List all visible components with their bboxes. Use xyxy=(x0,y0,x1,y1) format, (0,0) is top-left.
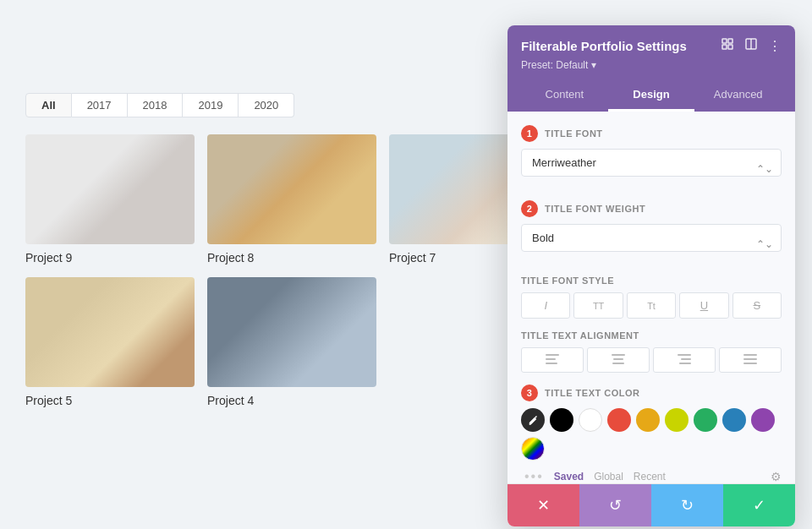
layout-icon[interactable] xyxy=(744,37,758,54)
underline-button[interactable]: U xyxy=(679,292,728,319)
filter-2018[interactable]: 2018 xyxy=(128,93,184,117)
svg-rect-6 xyxy=(546,354,559,356)
color-tab-dots[interactable]: ••• xyxy=(524,469,544,483)
svg-rect-15 xyxy=(743,354,757,356)
filter-2017[interactable]: 2017 xyxy=(72,93,128,117)
svg-rect-0 xyxy=(722,39,727,43)
svg-rect-11 xyxy=(612,363,624,364)
title-font-style-section: Title Font Style xyxy=(521,275,782,286)
svg-rect-14 xyxy=(679,363,691,364)
list-item: Project 5 xyxy=(25,277,195,407)
tab-advanced[interactable]: Advanced xyxy=(694,79,782,112)
title-text-color-section: 3 Title Text Color xyxy=(521,384,782,401)
alignment-buttons xyxy=(521,347,782,373)
list-item: Project 4 xyxy=(207,277,376,407)
font-style-buttons: I TT Tt U S xyxy=(521,292,782,319)
svg-rect-12 xyxy=(678,354,691,356)
tab-design[interactable]: Design xyxy=(608,79,695,112)
panel-tabs: Content Design Advanced xyxy=(521,79,782,112)
svg-rect-16 xyxy=(743,358,757,360)
title-font-weight-select-wrapper: Bold Normal Light 100200300 400500600 70… xyxy=(521,224,782,264)
panel-title: Filterable Portfolio Settings xyxy=(521,39,687,53)
redo-button[interactable]: ↻ xyxy=(651,484,723,526)
title-font-weight-label: Title Font Weight xyxy=(545,204,645,214)
filter-all[interactable]: All xyxy=(25,93,72,117)
step-2-badge: 2 xyxy=(521,200,538,217)
step-3-badge: 3 xyxy=(521,384,538,401)
color-tab-recent[interactable]: Recent xyxy=(634,471,666,483)
svg-rect-9 xyxy=(612,354,625,356)
title-font-weight-select[interactable]: Bold Normal Light 100200300 400500600 70… xyxy=(521,224,782,252)
project-5-thumb[interactable] xyxy=(25,277,195,387)
project-9-thumb[interactable] xyxy=(25,134,195,244)
title-font-weight-section: 2 Title Font Weight xyxy=(521,200,782,217)
color-settings-gear-icon[interactable]: ⚙ xyxy=(771,470,782,483)
title-text-alignment-section: Title Text Alignment xyxy=(521,330,782,341)
project-4-label: Project 4 xyxy=(207,394,376,407)
align-right-button[interactable] xyxy=(653,347,716,373)
title-text-alignment-label: Title Text Alignment xyxy=(521,330,639,341)
project-4-thumb[interactable] xyxy=(207,277,376,387)
title-text-color-label: Title Text Color xyxy=(545,388,640,398)
color-tab-global[interactable]: Global xyxy=(594,471,623,483)
capitalize-button[interactable]: Tt xyxy=(627,292,676,319)
color-orange-swatch[interactable] xyxy=(636,408,660,432)
strikethrough-button[interactable]: S xyxy=(732,292,782,319)
italic-button[interactable]: I xyxy=(521,292,570,319)
title-font-label: Title Font xyxy=(545,128,603,139)
panel-header: Filterable Portfolio Settings xyxy=(508,25,795,112)
panel-preset[interactable]: Preset: Default ▾ xyxy=(521,59,782,71)
svg-rect-2 xyxy=(722,45,727,49)
svg-rect-3 xyxy=(728,45,732,49)
svg-rect-7 xyxy=(546,358,556,360)
align-justify-button[interactable] xyxy=(719,347,782,373)
reset-button[interactable]: ↺ xyxy=(579,484,651,526)
panel-header-top: Filterable Portfolio Settings xyxy=(521,37,782,54)
color-green-swatch[interactable] xyxy=(694,408,717,432)
title-font-style-label: Title Font Style xyxy=(521,275,614,286)
settings-panel: Filterable Portfolio Settings xyxy=(508,25,795,526)
project-9-label: Project 9 xyxy=(25,251,195,264)
color-red-swatch[interactable] xyxy=(607,408,631,432)
align-center-button[interactable] xyxy=(587,347,650,373)
color-tabs: ••• Saved Global Recent ⚙ xyxy=(521,469,782,483)
color-custom-swatch[interactable] xyxy=(521,437,545,461)
project-8-thumb[interactable] xyxy=(207,134,376,244)
svg-rect-10 xyxy=(613,358,623,360)
panel-body: 1 Title Font Merriweather Arial Georgia … xyxy=(508,112,795,483)
color-purple-swatch[interactable] xyxy=(751,408,775,432)
align-left-button[interactable] xyxy=(521,347,584,373)
confirm-button[interactable]: ✓ xyxy=(723,484,795,526)
project-5-label: Project 5 xyxy=(25,394,195,407)
filter-2019[interactable]: 2019 xyxy=(183,93,239,117)
svg-rect-8 xyxy=(546,363,557,364)
title-font-select-wrapper: Merriweather Arial Georgia Helvetica Ope… xyxy=(521,149,782,188)
list-item: Project 8 xyxy=(207,134,376,264)
list-item: Project 9 xyxy=(25,134,195,264)
filter-2020[interactable]: 2020 xyxy=(239,93,294,117)
title-font-section: 1 Title Font xyxy=(521,125,782,142)
cancel-button[interactable]: ✕ xyxy=(508,484,579,526)
project-8-label: Project 8 xyxy=(207,251,376,264)
title-font-select[interactable]: Merriweather Arial Georgia Helvetica Ope… xyxy=(521,149,782,177)
svg-rect-13 xyxy=(681,358,691,360)
color-white-swatch[interactable] xyxy=(579,408,602,432)
panel-header-icons: ⋮ xyxy=(721,37,782,54)
uppercase-button[interactable]: TT xyxy=(573,292,623,319)
svg-rect-17 xyxy=(743,363,757,364)
color-tab-saved[interactable]: Saved xyxy=(554,471,584,483)
color-swatches xyxy=(521,408,782,461)
svg-rect-1 xyxy=(728,39,732,43)
color-pencil-swatch[interactable] xyxy=(521,408,545,432)
tab-content[interactable]: Content xyxy=(521,79,608,112)
color-blue-swatch[interactable] xyxy=(722,408,746,432)
step-1-badge: 1 xyxy=(521,125,538,142)
color-black-swatch[interactable] xyxy=(550,408,573,432)
color-yellowgreen-swatch[interactable] xyxy=(665,408,689,432)
panel-footer: ✕ ↺ ↻ ✓ xyxy=(508,483,795,526)
fullscreen-icon[interactable] xyxy=(721,37,734,54)
more-icon[interactable]: ⋮ xyxy=(768,38,782,54)
